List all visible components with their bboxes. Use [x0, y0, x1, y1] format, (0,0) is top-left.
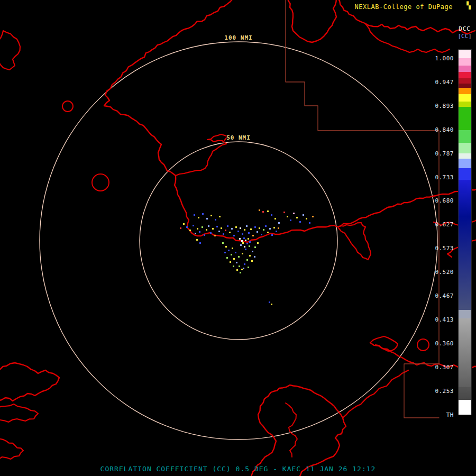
radar-display: NEXLAB-College of DuPage ▚ DCC [CC] 1.00…: [0, 0, 476, 476]
radar-echo: [232, 248, 233, 249]
radar-echo: [242, 233, 243, 235]
radar-echo: [241, 240, 243, 242]
radar-echo: [212, 228, 214, 230]
radar-echo: [236, 269, 238, 271]
radar-echo: [309, 222, 310, 224]
radar-echo: [244, 263, 245, 265]
radar-echo: [206, 229, 207, 231]
radar-echo: [257, 231, 258, 233]
radar-echo: [278, 222, 280, 224]
radar-echo: [259, 209, 260, 211]
colorbar-segment: [459, 66, 471, 72]
radar-echo: [267, 232, 269, 233]
radar-echo: [269, 301, 270, 303]
radar-echo: [204, 234, 205, 236]
colorbar-segment: [459, 217, 471, 310]
colorbar-segment: [459, 130, 471, 143]
radar-echo: [278, 227, 279, 229]
radar-echo: [244, 246, 245, 248]
radar-echo: [233, 266, 234, 267]
radar-echo: [231, 228, 233, 230]
radar-echo: [228, 250, 230, 251]
radar-echo: [299, 221, 301, 223]
radar-echo: [236, 262, 237, 263]
radar-echo: [243, 268, 244, 269]
colorbar-segment: [459, 153, 471, 159]
radar-echo: [219, 216, 221, 217]
colorbar-segment: [459, 58, 471, 66]
radar-echo: [230, 261, 231, 263]
radar-echo: [210, 215, 212, 216]
colorbar-segment: [459, 94, 471, 102]
radar-echo: [222, 242, 224, 244]
cod-logo-icon: ▚: [466, 2, 471, 10]
radar-echo: [189, 230, 191, 231]
colorbar: [458, 49, 472, 415]
radar-echo: [246, 259, 248, 261]
radar-echo: [244, 229, 245, 231]
colorbar-segment: [459, 318, 471, 387]
radar-echo: [240, 272, 241, 273]
radar-echo: [231, 254, 232, 255]
radar-echo: [249, 255, 251, 257]
colorbar-segment: [459, 78, 471, 84]
radar-echo: [215, 219, 216, 221]
radar-echo: [254, 256, 255, 258]
radar-echo: [257, 242, 259, 244]
radar-echo: [267, 210, 269, 212]
radar-echo: [214, 235, 216, 236]
radar-echo: [239, 238, 241, 240]
radar-echo: [196, 239, 198, 241]
radar-echo: [271, 234, 273, 236]
colorbar-segment: [459, 400, 471, 415]
radar-echo: [262, 211, 264, 213]
radar-echo: [251, 260, 253, 262]
radar-echo: [245, 249, 246, 250]
radar-echo: [242, 242, 244, 244]
radar-echo: [296, 217, 298, 218]
radar-echo: [235, 226, 237, 228]
radar-echo: [210, 232, 212, 234]
radar-echo: [198, 217, 199, 218]
radar-echo: [265, 225, 267, 227]
radar-echo: [195, 233, 196, 234]
radar-echo: [197, 228, 198, 230]
radar-echo: [249, 241, 251, 243]
radar-echo: [246, 243, 248, 244]
radar-echo: [235, 252, 236, 253]
colorbar-segment: [459, 72, 471, 78]
echo-layer: [0, 0, 476, 476]
radar-echo: [233, 235, 235, 236]
radar-echo: [246, 225, 248, 227]
colorbar-segment: [459, 180, 471, 217]
radar-echo: [194, 214, 195, 216]
colorbar-segment: [459, 143, 471, 153]
colorbar-segment: [459, 50, 471, 58]
radar-echo: [239, 266, 240, 267]
radar-echo: [259, 227, 260, 229]
colorbar-segment: [459, 102, 471, 107]
radar-echo: [271, 304, 272, 305]
radar-echo: [218, 231, 220, 232]
radar-echo: [237, 231, 239, 232]
colorbar-segment: [459, 168, 471, 180]
radar-echo: [252, 251, 253, 252]
radar-echo: [261, 234, 262, 235]
radar-echo: [254, 226, 256, 228]
radar-echo: [250, 228, 252, 230]
bottom-caption: CORRELATION COEFFICIENT (CC) 0.5 DEG - K…: [0, 465, 476, 473]
radar-echo: [249, 245, 250, 247]
radar-echo: [254, 246, 256, 248]
radar-echo: [202, 213, 204, 215]
radar-echo: [186, 226, 188, 228]
radar-echo: [274, 218, 276, 219]
colorbar-segment: [459, 159, 471, 168]
radar-echo: [245, 240, 246, 241]
radar-echo: [233, 258, 235, 260]
radar-echo: [252, 235, 254, 236]
product-unit-label: [CC]: [458, 33, 472, 40]
radar-echo: [229, 232, 231, 233]
radar-echo: [224, 252, 226, 253]
radar-echo: [226, 257, 228, 259]
radar-echo: [306, 218, 307, 219]
